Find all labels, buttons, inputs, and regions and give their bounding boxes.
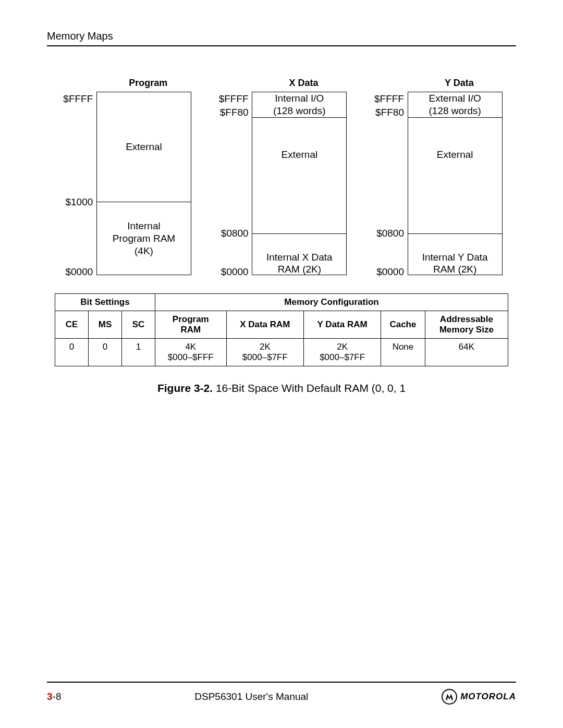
th-cache: Cache bbox=[381, 311, 425, 339]
th-addr2: Memory Size bbox=[439, 325, 494, 335]
th-xram: X Data RAM bbox=[226, 311, 304, 339]
ydata-io-seg: External I/O (128 words) bbox=[408, 92, 502, 118]
td-yram: 2K $000–$7FF bbox=[304, 339, 381, 366]
page-number: 3-8 bbox=[47, 691, 61, 702]
td-cache: None bbox=[381, 339, 425, 366]
ydata-internal-seg: Internal Y Data RAM (2K) bbox=[408, 234, 502, 281]
brand: MOTOROLA bbox=[442, 689, 516, 705]
ydata-external-seg: External bbox=[408, 118, 502, 234]
addr-label: $0800 bbox=[362, 228, 404, 239]
program-box: External Internal Program RAM (4K) bbox=[96, 92, 191, 275]
xdata-io-seg: Internal I/O (128 words) bbox=[252, 92, 346, 118]
addr-label: $FFFF bbox=[362, 93, 404, 105]
xdata-external-seg: External bbox=[252, 118, 346, 234]
xdata-ext: External bbox=[281, 149, 317, 161]
chapter-number: 3 bbox=[47, 691, 53, 702]
addr-label: $0000 bbox=[51, 266, 93, 278]
ydata-io1: External I/O bbox=[429, 92, 481, 105]
td-xram: 2K $000–$7FF bbox=[226, 339, 304, 366]
xdata-io2: (128 words) bbox=[273, 105, 325, 117]
td-pram: 4K $000–$FFF bbox=[155, 339, 227, 366]
xdata-internal-seg: Internal X Data RAM (2K) bbox=[252, 234, 346, 281]
th-sc: SC bbox=[122, 311, 155, 339]
footer-rule bbox=[47, 682, 516, 683]
addr-label: $0800 bbox=[207, 228, 249, 239]
page-footer: 3-8 DSP56301 User's Manual MOTOROLA bbox=[47, 677, 516, 705]
xdata-io1: Internal I/O bbox=[275, 92, 324, 105]
motorola-logo-icon bbox=[442, 689, 457, 705]
ydata-title: Y Data bbox=[402, 78, 516, 89]
program-external-seg: External bbox=[97, 92, 191, 202]
figure-caption: Figure 3-2. 16-Bit Space With Default RA… bbox=[47, 382, 516, 394]
td-pram2: $000–$FFF bbox=[168, 352, 214, 362]
figure-label: Figure 3-2. bbox=[157, 382, 213, 394]
addr-label: $FFFF bbox=[51, 93, 93, 105]
program-int2: Program RAM bbox=[113, 232, 175, 245]
td-xram2: $000–$7FF bbox=[242, 352, 288, 362]
program-external-label: External bbox=[126, 141, 162, 153]
header-rule bbox=[47, 45, 516, 46]
table-row: CE MS SC Program RAM X Data RAM Y Data R… bbox=[55, 311, 508, 339]
ydata-box: External I/O (128 words) External Intern… bbox=[408, 92, 503, 275]
program-int1: Internal bbox=[127, 220, 160, 232]
ydata-io2: (128 words) bbox=[429, 105, 481, 117]
td-addr: 64K bbox=[425, 339, 508, 366]
th-addr1: Addressable bbox=[440, 314, 493, 324]
program-int3: (4K) bbox=[134, 245, 153, 257]
program-title: Program bbox=[91, 78, 205, 89]
program-column: Program External Internal Program RAM (4… bbox=[60, 78, 205, 275]
xdata-title: X Data bbox=[247, 78, 360, 89]
brand-name: MOTOROLA bbox=[460, 692, 516, 702]
td-yram1: 2K bbox=[337, 342, 348, 352]
ydata-column: Y Data External I/O (128 words) External… bbox=[371, 78, 516, 275]
td-xram1: 2K bbox=[260, 342, 271, 352]
table-row: 0 0 1 4K $000–$FFF 2K $000–$7FF 2K $000–… bbox=[55, 339, 508, 366]
xdata-int1: Internal X Data bbox=[266, 251, 333, 264]
xdata-box: Internal I/O (128 words) External Intern… bbox=[252, 92, 347, 275]
page-suffix: -8 bbox=[53, 691, 62, 702]
td-sc: 1 bbox=[122, 339, 155, 366]
addr-label: $FF80 bbox=[362, 107, 404, 118]
th-addr-size: Addressable Memory Size bbox=[425, 311, 508, 339]
td-yram2: $000–$7FF bbox=[320, 352, 365, 362]
ydata-ext: External bbox=[437, 149, 473, 161]
xdata-column: X Data Internal I/O (128 words) External… bbox=[215, 78, 360, 275]
td-ms: 0 bbox=[89, 339, 122, 366]
th-memory-config: Memory Configuration bbox=[155, 294, 508, 311]
ydata-int1: Internal Y Data bbox=[422, 251, 488, 264]
th-ce: CE bbox=[55, 311, 89, 339]
th-program-ram: Program RAM bbox=[155, 311, 227, 339]
addr-label: $1000 bbox=[51, 196, 93, 208]
td-pram1: 4K bbox=[185, 342, 196, 352]
th-pram2: RAM bbox=[180, 325, 201, 335]
th-pram1: Program bbox=[173, 314, 209, 324]
addr-label: $0000 bbox=[362, 266, 404, 278]
addr-label: $FF80 bbox=[207, 107, 249, 118]
th-ms: MS bbox=[89, 311, 122, 339]
th-yram: Y Data RAM bbox=[304, 311, 381, 339]
memory-config-table: Bit Settings Memory Configuration CE MS … bbox=[55, 293, 508, 366]
manual-title: DSP56301 User's Manual bbox=[194, 691, 308, 702]
xdata-int2: RAM (2K) bbox=[278, 263, 321, 276]
td-ce: 0 bbox=[55, 339, 89, 366]
section-header: Memory Maps bbox=[47, 30, 516, 42]
memory-map-diagrams: Program External Internal Program RAM (4… bbox=[60, 78, 516, 275]
program-internal-seg: Internal Program RAM (4K) bbox=[97, 202, 191, 275]
th-bit-settings: Bit Settings bbox=[55, 294, 155, 311]
table-row: Bit Settings Memory Configuration bbox=[55, 294, 508, 311]
ydata-int2: RAM (2K) bbox=[433, 263, 476, 276]
addr-label: $FFFF bbox=[207, 93, 249, 105]
addr-label: $0000 bbox=[207, 266, 249, 278]
figure-text: 16-Bit Space With Default RAM (0, 0, 1 bbox=[213, 382, 406, 394]
